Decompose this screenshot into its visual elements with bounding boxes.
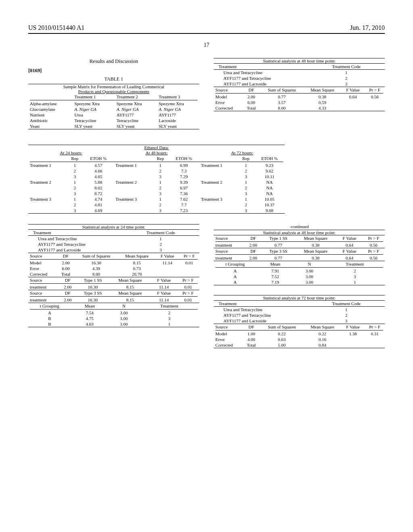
paragraph-number: [0169] (28, 68, 42, 73)
table-row: Urea and Tetracycline1 (214, 70, 385, 75)
stats-72: Statistical analysis at 72 hour time poi… (214, 295, 385, 348)
pub-date: Jun. 17, 2010 (350, 24, 385, 31)
ethanol-table: Ethanol Data: At 24 hours: At 48 hours: … (28, 145, 285, 214)
stats-48-top: Statistical analysis at 48 hour time poi… (214, 58, 385, 111)
ethanol-title: Ethanol Data: (28, 145, 285, 150)
stats-48-caption: Statistical analysis at 48 hour time poi… (214, 58, 385, 63)
stats-24-caption: Statistical analysis at 24 time point: (28, 224, 199, 229)
table-row: AYF1177 and Tetracycline2 (214, 75, 385, 81)
table-row: Model2.000.770.380.640.56 (214, 94, 385, 100)
table-row: CorrectedTotal5.000.84 (214, 342, 385, 348)
table-row: Alpha-amylaseSpezyme XtraSpezyme XtraSpe… (28, 101, 199, 106)
table-row: treatment2.0016.308.1511.140.01 (28, 284, 199, 290)
table-row: Treatment 314.74Treatment 317.62Treatmen… (28, 196, 285, 202)
table-row: Error6.004.390.73 (28, 266, 199, 271)
page: US 2010/0151440 A1 Jun. 17, 2010 17 Resu… (0, 0, 413, 532)
table-row: 28.0226.972NA (28, 185, 285, 191)
table-1: TABLE 1 Sample Matrix for Fermentation o… (28, 76, 199, 129)
page-number: 17 (28, 42, 385, 48)
table-row: AYF1177 and Lactoside3 (214, 318, 385, 324)
table-row: B4.633.001 (28, 321, 199, 327)
continued-label: -continued (214, 224, 385, 229)
table-row: AntibioticTetracyclineTetracyclineLactos… (28, 118, 199, 123)
table-row: GlucoamylaseA. Niger GAA. Niger GAA. Nig… (28, 106, 199, 112)
table-row: Urea and Tetracycline1 (214, 307, 385, 312)
stats-72-caption: Statistical analysis at 72 hour time poi… (214, 295, 385, 300)
table-row: Treatment 114.57Treatment 116.99Treatmen… (28, 162, 285, 168)
table-row: NutrientUreaAYF1177AYF1177 (28, 112, 199, 118)
table-row: treatment2.0016.308.1511.140.01 (28, 297, 199, 303)
pub-number: US 2010/0151440 A1 (28, 24, 85, 31)
section-title: Results and Discussion (28, 58, 199, 64)
table-row: 38.7237.363NA (28, 191, 285, 196)
table-row: CorrectedTotal8.004.33 (214, 105, 385, 111)
table-row: B4.753.003 (28, 316, 199, 321)
table-row: Urea and Tetracycline1 (28, 236, 199, 241)
table-row: Treatment 1 Treatment 2 Treatment 3 (28, 94, 199, 100)
running-header: US 2010/0151440 A1 Jun. 17, 2010 (28, 24, 385, 31)
table-1-title: TABLE 1 (28, 76, 199, 82)
table-row: Error6.003.570.59 (214, 100, 385, 105)
table-row: AYF1177 and Lactoside3 (28, 247, 199, 253)
stats-48-continued: -continued Statistical analysis at 48 ho… (214, 224, 385, 285)
table-row: Treatment 215.88Treatment 219.39Treatmen… (28, 179, 285, 185)
stats-48-caption-cont: Statistical analysis at 48 hour time poi… (214, 230, 385, 235)
table-row: 34.6537.29310.11 (28, 174, 285, 179)
table-row: Model2.0016.308.1511.140.01 (28, 260, 199, 266)
table-row: AYF1177 and Lactoside3 (214, 81, 385, 87)
table-1-caption-1: Sample Matrix for Fermentation of Leadin… (28, 84, 199, 89)
stats-24: Statistical analysis at 24 time point: T… (28, 224, 199, 327)
table-row: A7.193.001 (214, 279, 385, 285)
table-row: Model1.000.220.221.380.31 (214, 331, 385, 337)
table-row: 34.6937.2339.68 (28, 208, 285, 213)
table-row: treatment2.000.770.380.640.56 (214, 242, 385, 248)
table-row: treatment2.000.770.380.640.56 (214, 255, 385, 261)
table-row: Error4.000.630.16 (214, 337, 385, 342)
table-row: YeastSLY yeastSLY yeastSLY yeast (28, 123, 199, 129)
table-row: AYF1177 and Tetracycline2 (214, 312, 385, 318)
table-1-grid: Treatment 1 Treatment 2 Treatment 3 Alph… (28, 94, 199, 129)
paragraph-0169: [0169] (28, 68, 199, 74)
table-row: 24.8127.7210.37 (28, 202, 285, 208)
table-row: AYF1177 and Tetracycline2 (28, 241, 199, 247)
table-1-caption-2: Products and Questionable Components (28, 89, 199, 94)
table-row: 24.6627.329.62 (28, 168, 285, 174)
header-rule (28, 33, 385, 34)
table-row: A7.913.002 (214, 268, 385, 274)
table-row: A7.523.003 (214, 274, 385, 279)
table-row: CorrectedTotal8.0020.70 (28, 271, 199, 277)
table-row: A7.543.002 (28, 310, 199, 316)
